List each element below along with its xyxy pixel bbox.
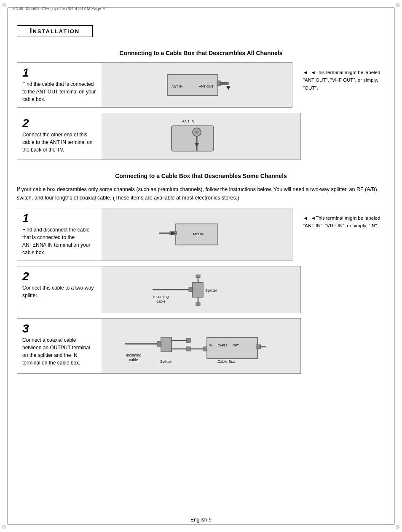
section2-step2-svg: Incoming cable Splitter bbox=[148, 266, 254, 313]
svg-rect-6 bbox=[172, 126, 214, 151]
step-number: 2 bbox=[22, 271, 96, 282]
page-border-bottom bbox=[8, 524, 394, 524]
section1-step1-text: Find the cable that is connected to the … bbox=[22, 80, 96, 103]
page-border-left bbox=[8, 8, 8, 524]
section2-intro: If your cable box descrambles only some … bbox=[17, 185, 385, 202]
section1-step2-svg: ANT IN bbox=[159, 113, 243, 160]
crosshair-tl: ⊕ bbox=[2, 2, 7, 8]
svg-text:ANT IN: ANT IN bbox=[182, 119, 194, 123]
step-number: 3 bbox=[22, 323, 96, 335]
svg-text:cable: cable bbox=[156, 299, 166, 303]
svg-marker-5 bbox=[226, 86, 230, 90]
section2-step1-svg: ANT IN bbox=[155, 213, 239, 255]
section2-step3-row: 3 Connect a coaxial cable between an OUT… bbox=[17, 318, 385, 374]
section2-step2-row: 2 Connect this cable to a two-way splitt… bbox=[17, 266, 385, 313]
svg-text:ANT OUT: ANT OUT bbox=[199, 85, 214, 88]
file-info: BN68-00656A-01Eng.qxd 5/7/04 9:33 AM Pag… bbox=[13, 6, 105, 11]
section2-step2-text: Connect this cable to a two-way splitter… bbox=[22, 284, 96, 299]
svg-rect-29 bbox=[161, 337, 172, 352]
section2-step1-box: 1 Find and disconnect the cable that is … bbox=[17, 208, 292, 261]
section2-step2-box: 2 Connect this cable to a two-way splitt… bbox=[17, 266, 301, 313]
section1-step1-row: 1 Find the cable that is connected to th… bbox=[17, 62, 385, 108]
section2-step1-text: Find and disconnect the cable that is co… bbox=[22, 226, 96, 256]
section2-step2-diagram: Incoming cable Splitter bbox=[102, 266, 300, 313]
page-footer: English-9 bbox=[0, 517, 402, 523]
svg-text:OUT: OUT bbox=[233, 344, 239, 347]
svg-text:Cable  Box: Cable Box bbox=[217, 359, 235, 364]
section2-step3-text: Connect a coaxial cable between an OUTPU… bbox=[22, 336, 96, 367]
svg-text:Splitter: Splitter bbox=[160, 359, 172, 364]
section2: Connecting to a Cable Box that Descrambl… bbox=[17, 173, 385, 374]
installation-label: Installation bbox=[30, 28, 80, 35]
section1-step2-box: 2 Connect the other end of this cable to… bbox=[17, 113, 301, 160]
section2-step1-diagram: ANT IN bbox=[102, 208, 292, 261]
svg-text:Incoming: Incoming bbox=[126, 353, 142, 357]
section2-step1-note: ◄This terminal might be labeled "ANT IN"… bbox=[301, 214, 385, 230]
svg-rect-23 bbox=[196, 303, 200, 306]
section1: Connecting to a Cable Box that Descrambl… bbox=[17, 50, 385, 160]
step-number: 1 bbox=[22, 67, 96, 79]
section1-step2-text: Connect the other end of this cable to t… bbox=[22, 131, 96, 154]
section2-step2-left: 2 Connect this cable to a two-way splitt… bbox=[17, 266, 102, 313]
svg-rect-21 bbox=[196, 275, 200, 278]
step-number: 1 bbox=[22, 213, 96, 224]
section1-title: Connecting to a Cable Box that Descrambl… bbox=[17, 50, 385, 56]
crosshair-br: ⊕ bbox=[395, 524, 400, 530]
section2-step3-box: 3 Connect a coaxial cable between an OUT… bbox=[17, 318, 301, 374]
svg-rect-4 bbox=[220, 82, 228, 85]
svg-text:ANT IN: ANT IN bbox=[193, 232, 204, 236]
svg-text:IN: IN bbox=[209, 344, 212, 347]
section2-step3-diagram: IN CABLE OUT Incoming cable Splitter Cab… bbox=[102, 319, 300, 373]
svg-text:Splitter: Splitter bbox=[205, 288, 217, 293]
svg-text:Incoming: Incoming bbox=[153, 295, 169, 299]
section2-step3-svg: IN CABLE OUT Incoming cable Splitter Cab… bbox=[121, 319, 281, 373]
svg-point-9 bbox=[195, 130, 198, 134]
page-header: BN68-00656A-01Eng.qxd 5/7/04 9:33 AM Pag… bbox=[0, 0, 402, 17]
svg-text:CABLE: CABLE bbox=[218, 344, 228, 347]
crosshair-tr: ⊕ bbox=[395, 2, 400, 8]
section2-step1-row: 1 Find and disconnect the cable that is … bbox=[17, 208, 385, 261]
step-number: 2 bbox=[22, 117, 96, 129]
footer-text: English-9 bbox=[190, 517, 212, 523]
section1-step1-diagram: ANT IN ANT OUT bbox=[102, 63, 292, 107]
svg-rect-36 bbox=[207, 338, 257, 359]
svg-rect-19 bbox=[193, 282, 203, 297]
section2-title: Connecting to a Cable Box that Descrambl… bbox=[17, 173, 385, 179]
svg-text:cable: cable bbox=[129, 358, 138, 362]
section1-step1-svg: ANT IN ANT OUT bbox=[155, 64, 239, 106]
section1-step1-box: 1 Find the cable that is connected to th… bbox=[17, 62, 292, 108]
section2-step1-left: 1 Find and disconnect the cable that is … bbox=[17, 208, 102, 261]
section1-step2-diagram: ANT IN bbox=[102, 113, 300, 160]
section1-step2-left: 2 Connect the other end of this cable to… bbox=[17, 113, 102, 160]
svg-text:ANT IN: ANT IN bbox=[172, 85, 182, 88]
section1-step1-left: 1 Find the cable that is connected to th… bbox=[17, 63, 102, 107]
section1-step1-note: ◄This terminal might be labeled "ANT OUT… bbox=[301, 69, 385, 92]
crosshair-bl: ⊕ bbox=[2, 524, 7, 530]
installation-heading-box: Installation bbox=[17, 25, 93, 37]
section1-step2-row: 2 Connect the other end of this cable to… bbox=[17, 113, 385, 160]
svg-rect-32 bbox=[186, 338, 190, 343]
main-content: Installation Connecting to a Cable Box t… bbox=[17, 25, 385, 386]
section2-step3-left: 3 Connect a coaxial cable between an OUT… bbox=[17, 319, 102, 373]
page-border-right bbox=[394, 8, 394, 524]
